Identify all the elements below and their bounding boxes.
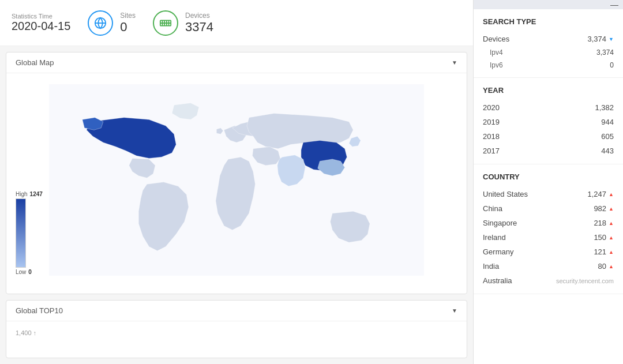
india-arrow: ▲ [609, 264, 614, 269]
stats-header: Statistics Time 2020-04-15 Sites 0 [0, 0, 473, 46]
year-2017-label: 2017 [483, 147, 500, 155]
stats-time-value: 2020-04-15 [12, 20, 70, 33]
search-type-devices-value: 3,374 ▼ [588, 35, 614, 43]
main-panel: Statistics Time 2020-04-15 Sites 0 [0, 0, 473, 364]
year-2020-value: 1,382 [595, 103, 614, 112]
ipv6-label: Ipv6 [490, 61, 503, 69]
search-type-title: SEARCH TYPE [483, 17, 614, 26]
ipv6-value: 0 [610, 61, 614, 69]
australia-value: security.tencent.com [556, 277, 614, 284]
devices-label: Devices [185, 12, 213, 20]
ireland-arrow: ▲ [609, 235, 614, 241]
stats-time-section: Statistics Time 2020-04-15 [12, 13, 70, 33]
sites-text: Sites 0 [120, 12, 136, 35]
map-title: Global Map [16, 58, 54, 67]
sidebar-top-space: — [474, 0, 623, 9]
search-type-row-devices: Devices 3,374 ▼ [483, 32, 614, 46]
china-value: 982 ▲ [594, 204, 614, 213]
legend-low-row: Low 0 [16, 269, 32, 275]
map-toggle[interactable]: ▼ [452, 59, 457, 66]
devices-text: Devices 3374 [185, 12, 213, 35]
legend-high-value: 1247 [30, 191, 43, 197]
china-arrow: ▲ [609, 206, 614, 212]
devices-stat: Devices 3374 [153, 10, 213, 36]
year-2018-value: 605 [601, 132, 614, 141]
china-label: China [483, 204, 502, 213]
country-row-singapore: Singapore 218 ▲ [483, 216, 614, 230]
top10-title: Global TOP10 [16, 306, 63, 315]
year-2019-value: 944 [601, 118, 614, 126]
top10-toggle[interactable]: ▼ [452, 307, 457, 314]
sites-icon [88, 10, 113, 36]
country-row-china: China 982 ▲ [483, 201, 614, 216]
us-label: United States [483, 190, 528, 198]
year-2017-value: 443 [601, 147, 614, 155]
world-map-svg [49, 82, 424, 278]
legend-low-value: 0 [28, 269, 32, 275]
us-arrow: ▲ [609, 192, 614, 197]
singapore-value: 218 ▲ [594, 219, 614, 227]
india-label: India [483, 262, 499, 271]
australia-label: Australia [483, 276, 512, 285]
sites-value: 0 [120, 20, 136, 35]
year-row-2018: 2018 605 [483, 129, 614, 144]
germany-arrow: ▲ [609, 249, 614, 255]
germany-value: 121 ▲ [594, 247, 614, 256]
devices-value: 3374 [185, 20, 213, 35]
germany-label: Germany [483, 247, 513, 256]
map-legend: High 1247 Low 0 [16, 191, 43, 275]
country-row-germany: Germany 121 ▲ [483, 245, 614, 259]
sites-label: Sites [120, 12, 136, 20]
year-2020-label: 2020 [483, 103, 500, 112]
sites-stat: Sites 0 [88, 10, 136, 36]
legend-high-row: High 1247 [16, 191, 43, 197]
stats-time-label: Statistics Time [12, 13, 70, 20]
search-type-row-ipv4: Ipv4 3,374 [483, 46, 614, 59]
search-type-row-ipv6: Ipv6 0 [483, 59, 614, 72]
country-row-australia: Australia security.tencent.com [483, 273, 614, 288]
legend-bar [16, 198, 26, 268]
top10-yaxis: 1,400 ↑ [16, 329, 36, 336]
devices-arrow-down: ▼ [609, 36, 614, 42]
devices-icon [153, 10, 178, 36]
ipv4-value: 3,374 [596, 48, 614, 57]
year-row-2017: 2017 443 [483, 144, 614, 158]
india-value: 80 ▲ [598, 262, 614, 271]
ireland-value: 150 ▲ [594, 233, 614, 242]
country-row-ireland: Ireland 150 ▲ [483, 230, 614, 245]
year-2019-label: 2019 [483, 118, 500, 126]
ireland-label: Ireland [483, 233, 506, 242]
legend-high-label: High [16, 191, 28, 197]
country-row-us: United States 1,247 ▲ [483, 187, 614, 201]
country-section: COUNTRY United States 1,247 ▲ China 982 … [474, 164, 623, 294]
map-content: High 1247 Low 0 [6, 73, 467, 287]
global-map-card: Global Map ▼ [6, 52, 467, 294]
year-row-2020: 2020 1,382 [483, 100, 614, 115]
content-area: Global Map ▼ [0, 46, 473, 364]
us-value: 1,247 ▲ [588, 190, 614, 198]
map-card-header: Global Map ▼ [6, 52, 467, 73]
singapore-label: Singapore [483, 219, 517, 227]
year-row-2019: 2019 944 [483, 115, 614, 129]
legend-low-label: Low [16, 269, 26, 275]
year-title: YEAR [483, 86, 614, 95]
country-title: COUNTRY [483, 172, 614, 181]
country-row-india: India 80 ▲ [483, 259, 614, 273]
year-2018-label: 2018 [483, 132, 500, 141]
top10-card-header: Global TOP10 ▼ [6, 301, 467, 321]
singapore-arrow: ▲ [609, 220, 614, 226]
search-type-section: SEARCH TYPE Devices 3,374 ▼ Ipv4 3,374 I… [474, 9, 623, 78]
ipv4-label: Ipv4 [490, 48, 503, 57]
global-top10-card: Global TOP10 ▼ 1,400 ↑ [6, 300, 467, 358]
sidebar-top-icon[interactable]: — [610, 0, 618, 9]
sidebar: — SEARCH TYPE Devices 3,374 ▼ Ipv4 3,374… [473, 0, 623, 364]
search-type-devices-label: Devices [483, 35, 509, 43]
top10-content: 1,400 ↑ [6, 321, 467, 343]
year-section: YEAR 2020 1,382 2019 944 2018 605 2017 4… [474, 78, 623, 164]
